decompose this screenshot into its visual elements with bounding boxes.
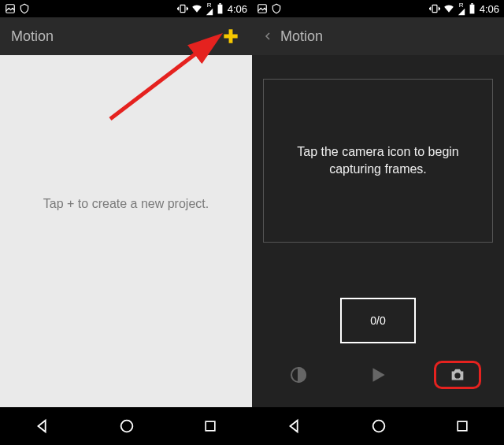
svg-rect-2 bbox=[217, 5, 222, 14]
nav-back-button[interactable] bbox=[286, 417, 303, 435]
clock: 4:06 bbox=[480, 3, 499, 15]
play-button[interactable] bbox=[354, 365, 402, 385]
svg-rect-14 bbox=[458, 421, 467, 431]
preview-box: Tap the camera icon to begin capturing f… bbox=[263, 79, 493, 243]
battery-icon bbox=[469, 3, 476, 14]
wifi-icon bbox=[443, 3, 454, 14]
svg-point-12 bbox=[455, 373, 461, 378]
frame-counter-value: 0/0 bbox=[370, 314, 385, 327]
onion-skin-button[interactable] bbox=[275, 365, 322, 384]
app-bar: Motion bbox=[0, 17, 252, 55]
frame-counter[interactable]: 0/0 bbox=[340, 298, 416, 343]
empty-state: Tap + to create a new project. bbox=[0, 55, 252, 407]
nav-bar bbox=[252, 407, 504, 445]
svg-point-13 bbox=[373, 421, 385, 432]
gallery-icon bbox=[5, 3, 16, 14]
svg-rect-5 bbox=[206, 421, 215, 431]
vibrate-icon bbox=[428, 3, 441, 14]
signal-icon: R bbox=[457, 2, 466, 16]
phone-right: R 4:06 Motion Tap the camera icon to beg… bbox=[252, 0, 504, 445]
app-title: Motion bbox=[280, 28, 323, 45]
back-button[interactable] bbox=[263, 28, 272, 44]
nav-bar bbox=[0, 407, 252, 445]
app-bar: Motion bbox=[252, 17, 504, 55]
svg-rect-8 bbox=[432, 5, 437, 12]
toolbar bbox=[252, 358, 504, 392]
svg-point-4 bbox=[121, 421, 133, 432]
battery-icon bbox=[217, 3, 224, 14]
status-bar: R 4:06 bbox=[0, 0, 252, 17]
wifi-icon bbox=[191, 3, 202, 14]
phone-left: R 4:06 Motion Tap + to create a new proj… bbox=[0, 0, 252, 445]
capture-screen: Tap the camera icon to begin capturing f… bbox=[252, 55, 504, 407]
app-title: Motion bbox=[11, 28, 54, 45]
preview-hint-text: Tap the camera icon to begin capturing f… bbox=[283, 143, 473, 177]
camera-button[interactable] bbox=[434, 361, 481, 389]
svg-rect-3 bbox=[219, 3, 220, 5]
clock: 4:06 bbox=[228, 3, 247, 15]
nav-recent-button[interactable] bbox=[454, 418, 470, 434]
vibrate-icon bbox=[176, 3, 189, 14]
status-bar: R 4:06 bbox=[252, 0, 504, 17]
nav-recent-button[interactable] bbox=[202, 418, 218, 434]
empty-state-text: Tap + to create a new project. bbox=[43, 197, 209, 211]
svg-rect-10 bbox=[471, 3, 472, 5]
gallery-icon bbox=[257, 3, 268, 14]
add-project-button[interactable] bbox=[220, 26, 241, 46]
shield-icon bbox=[271, 3, 282, 14]
signal-icon: R bbox=[205, 2, 214, 16]
nav-home-button[interactable] bbox=[370, 417, 387, 435]
svg-rect-9 bbox=[469, 5, 474, 14]
nav-back-button[interactable] bbox=[34, 417, 51, 435]
shield-icon bbox=[19, 3, 30, 14]
nav-home-button[interactable] bbox=[118, 417, 135, 435]
svg-rect-1 bbox=[180, 5, 185, 12]
